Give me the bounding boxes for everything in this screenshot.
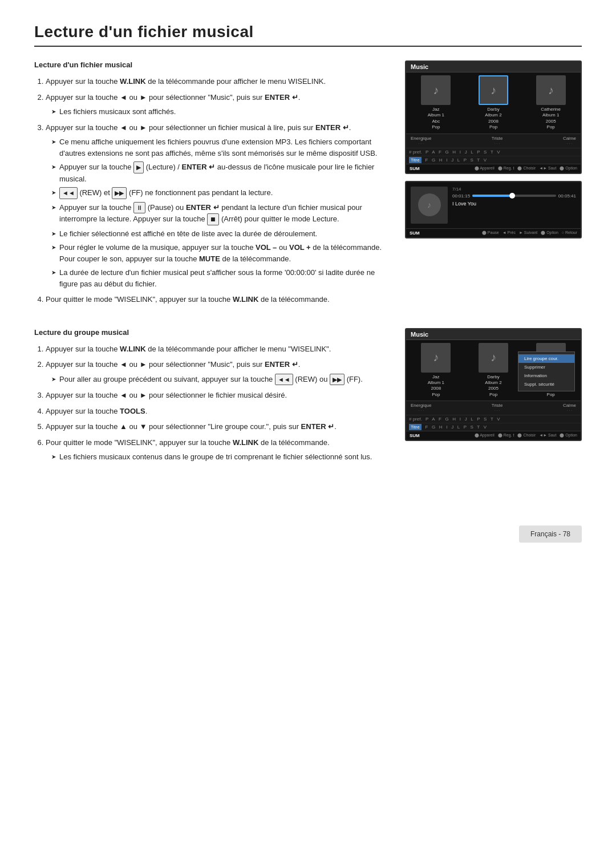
album-item-1: ♪ JazAlbum 1AbcPop: [409, 75, 463, 131]
screen3-footer: SUM ⬤ Appareil ⬤ Reg. t ⬤ Choisir ◄► Sau…: [406, 431, 581, 440]
step-2-3: Appuyer sur la touche ◄ ou ► pour sélect…: [46, 390, 388, 401]
footer-next: ► Suivant: [519, 231, 537, 236]
album-thumb-2: ♪: [479, 75, 508, 105]
step-2-6-subnotes: Les fichiers musicaux contenus dans le g…: [46, 451, 388, 463]
footer-option2: ⬤ Option: [541, 231, 558, 236]
context-menu: Lire groupe cour. Supprimer Information …: [518, 351, 575, 391]
mood-bar-2: Energique· · · Triste· · · Calme· · ·: [406, 401, 581, 415]
step-1-2: Appuyer sur la touche ◄ ou ► pour sélect…: [46, 92, 388, 118]
step-2-2: Appuyer sur la touche ◄ ou ► pour sélect…: [46, 359, 388, 385]
playback-screen: ♪ 7/14 00:01:15 00:05:41: [405, 181, 582, 238]
album-item-3: ♪ CatherineAlbum 12005Pop: [524, 75, 578, 131]
screen-area-1: Music ♪ JazAlbum 1AbcPop ♪ Darb: [405, 60, 582, 311]
section1-heading: Lecture d'un fichier musical: [34, 60, 388, 69]
album-thumb-3: ♪: [536, 75, 566, 105]
album-label-2: DarbyAlbum 22008Pop: [467, 107, 521, 131]
screen1-footer: SUM ⬤ Appareil ⬤ Reg. t ⬤ Choisir ◄► Sau…: [406, 164, 581, 173]
mood-energique: Energique· · ·: [411, 136, 431, 146]
footer3-icon-regt: ⬤ Reg. t: [498, 433, 514, 438]
album-label-s3-1: JazAlbum 12008Pop: [409, 374, 463, 398]
step-1-3-subnotes: Ce menu affiche uniquement les fichiers …: [46, 136, 388, 289]
context-menu-item-3: Information: [518, 371, 574, 380]
context-menu-item-1: Lire groupe cour.: [518, 354, 574, 363]
context-menu-item-4: Suppl. sécurité: [518, 380, 574, 389]
step-1-4: Pour quitter le mode "WISELINK", appuyer…: [46, 294, 388, 305]
subnote-1-3-6: Pour régler le volume de la musique, app…: [51, 242, 388, 264]
playback-body: ♪ 7/14 00:01:15 00:05:41: [406, 182, 581, 228]
section2-text: Lecture du groupe musical Appuyer sur la…: [34, 328, 388, 468]
screen3-title: Music: [406, 329, 581, 340]
screen-area-2: Music ♪ JazAlbum 12008Pop ♪ DarbyAlbum 2: [405, 328, 582, 468]
step-2-5: Appuyer sur la touche ▲ ou ▼ pour sélect…: [46, 421, 388, 432]
section1-steps: Appuyer sur la touche W.LINK de la téléc…: [34, 76, 388, 305]
footer3-icon-choisir: ⬤ Choisir: [517, 433, 536, 438]
subnote-2-2-1: Pour aller au groupe précédent ou suivan…: [51, 374, 388, 386]
footer-icon-option: ⬤ Option: [560, 166, 577, 171]
section-lecture-fichier: Lecture d'un fichier musical Appuyer sur…: [34, 60, 582, 311]
footer3-icon-appareil: ⬤ Appareil: [475, 433, 495, 438]
album-thumb-s3-2: ♪: [479, 343, 508, 373]
mood2-energique: Energique· · ·: [411, 403, 431, 413]
sum-label-2: SUM: [410, 231, 420, 236]
time-elapsed: 00:01:15: [452, 193, 470, 199]
song-title: I Love You: [452, 201, 576, 207]
footer-prev: ◄ Préc: [502, 231, 516, 236]
footer-icon-choisir: ⬤ Choisir: [517, 166, 536, 171]
playback-footer: SUM ⬤ Pause ◄ Préc ► Suivant ⬤ Option ○ …: [406, 228, 581, 237]
mood-calme: Calme· · ·: [563, 136, 576, 146]
album-art: ♪: [411, 187, 448, 224]
filter-bar-2: Titre F G H I J L P S T V: [406, 423, 581, 431]
subnote-1-3-1: Ce menu affiche uniquement les fichiers …: [51, 136, 388, 159]
step-2-4: Appuyer sur la touche TOOLS.: [46, 406, 388, 417]
album-label-3: CatherineAlbum 12005Pop: [524, 107, 578, 131]
footer-icon-appareil: ⬤ Appareil: [475, 166, 495, 171]
subnote-1-3-5: Le fichier sélectionné est affiché en tê…: [51, 228, 388, 240]
mood2-triste: Triste· · ·: [492, 403, 503, 413]
mood-bar-1: Energique· · · Triste· · · Calme· · ·: [406, 134, 581, 148]
album-item-s3-2: ♪ DarbyAlbum 22005Pop: [467, 343, 521, 398]
footer-icon-saut: ◄► Saut: [539, 166, 556, 171]
progress-bar: [472, 195, 556, 197]
mood-triste: Triste· · ·: [492, 136, 503, 146]
screen1-title: Music: [406, 62, 581, 72]
music-browser-screen-2: Music ♪ JazAlbum 12008Pop ♪ DarbyAlbum 2: [405, 328, 582, 442]
step-2-1: Appuyer sur la touche W.LINK de la téléc…: [46, 343, 388, 355]
progress-handle: [509, 193, 515, 199]
page-title: Lecture d'un fichier musical: [34, 23, 582, 47]
section2-heading: Lecture du groupe musical: [34, 328, 388, 337]
album-label-s3-2: DarbyAlbum 22005Pop: [467, 374, 521, 398]
footer-return: ○ Retour: [562, 231, 577, 236]
page-footer-label: Français - 78: [519, 525, 582, 543]
time-total: 00:05:41: [558, 193, 576, 199]
step-1-2-subnotes: Les fichiers musicaux sont affichés.: [46, 106, 388, 118]
section-lecture-groupe: Lecture du groupe musical Appuyer sur la…: [34, 328, 582, 468]
step-2-2-subnotes: Pour aller au groupe précédent ou suivan…: [46, 374, 388, 386]
playback-info: 7/14 00:01:15 00:05:41 I Love You: [452, 187, 576, 207]
music-browser-screen: Music ♪ JazAlbum 1AbcPop ♪ Darb: [405, 60, 582, 174]
step-1-1: Appuyer sur la touche W.LINK de la téléc…: [46, 76, 388, 87]
playback-footer-icons: ⬤ Pause ◄ Préc ► Suivant ⬤ Option ○ Reto…: [482, 231, 577, 236]
sum-label-3: SUM: [410, 433, 420, 438]
subnote-1-3-7: La durée de lecture d'un fichier musical…: [51, 267, 388, 289]
album-thumb-s3-1: ♪: [421, 343, 451, 373]
filter-section-2: # pref. P A F G H I J L P S T V: [406, 415, 581, 423]
progress-fill: [472, 195, 510, 197]
progress-row: 00:01:15 00:05:41: [452, 193, 576, 199]
footer3-icon-saut: ◄► Saut: [539, 433, 556, 438]
album-art-disc: ♪: [418, 193, 441, 216]
album-item-2: ♪ DarbyAlbum 22008Pop: [467, 75, 521, 131]
footer-pause: ⬤ Pause: [482, 231, 499, 236]
subnote-1-3-4: Appuyer sur la touche ⏸ (Pause) ou ENTER…: [51, 202, 388, 225]
step-2-6: Pour quitter le mode "WISELINK", appuyer…: [46, 437, 388, 463]
context-menu-item-2: Supprimer: [518, 363, 574, 371]
filter-section-1: # pref. P A F G H I J L P S T V: [406, 148, 581, 156]
track-counter: 7/14: [452, 187, 576, 192]
subnote-1-3-3: ◄◄ (REW) et ▶▶ (FF) ne fonctionnent pas …: [51, 187, 388, 199]
footer-icon-regt: ⬤ Reg. t: [498, 166, 514, 171]
footer-icons-3: ⬤ Appareil ⬤ Reg. t ⬤ Choisir ◄► Saut ⬤ …: [475, 433, 577, 438]
subnote-1-3-2: Appuyer sur la touche ▶ (Lecture) / ENTE…: [51, 161, 388, 184]
step-1-3: Appuyer sur la touche ◄ ou ► pour sélect…: [46, 122, 388, 290]
subnote-2-6-1: Les fichiers musicaux contenus dans le g…: [51, 451, 388, 463]
album-label-1: JazAlbum 1AbcPop: [409, 107, 463, 131]
footer3-icon-option: ⬤ Option: [560, 433, 577, 438]
